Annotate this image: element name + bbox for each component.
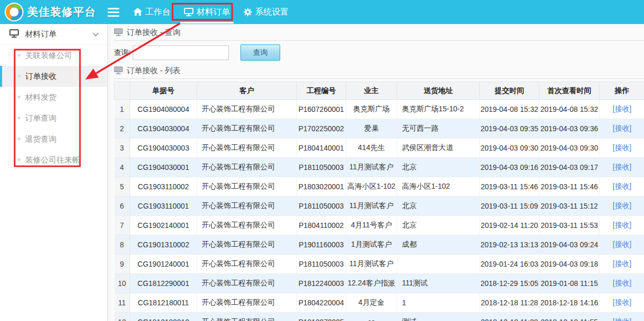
receive-link[interactable]: [接收] <box>613 105 631 113</box>
owner-cell: 4月定金 <box>346 293 397 313</box>
sidebar-item-return-query[interactable]: 退货查询 <box>0 129 107 150</box>
sidebar-parent-label: 材料订单 <box>25 29 56 39</box>
address-cell <box>397 255 480 274</box>
column-header-index <box>114 82 130 100</box>
bullet-icon <box>18 117 20 119</box>
customer-cell: 开心装饰工程有限公司 <box>197 255 297 274</box>
submit-time-cell: 2019-03-11 15:09 <box>480 197 539 216</box>
order-no-cell: CG1902140001 <box>130 216 197 235</box>
submit-time-cell: 2018-12-29 15:05 <box>480 274 539 293</box>
customer-cell: 开心装饰工程有限公司 <box>197 177 297 197</box>
query-form: 查询: 查询 <box>114 44 644 61</box>
row-index-cell: 10 <box>114 274 130 293</box>
monitor-icon <box>184 8 193 16</box>
action-cell: [接收] <box>600 177 644 197</box>
nav-material-orders[interactable]: 材料订单 <box>177 0 237 24</box>
first-view-time-cell: 2019-01-08 11:15 <box>539 274 600 293</box>
receive-link[interactable]: [接收] <box>613 163 631 171</box>
query-button[interactable]: 查询 <box>240 44 280 61</box>
receive-link[interactable]: [接收] <box>613 240 631 248</box>
column-header-first-view-time: 首次查看时间 <box>539 82 600 100</box>
receive-link[interactable]: [接收] <box>613 143 631 152</box>
receive-link[interactable]: [接收] <box>613 259 631 268</box>
address-cell: 北京 <box>397 216 480 235</box>
address-cell: 1 <box>397 293 480 313</box>
receive-link[interactable]: [接收] <box>613 279 631 287</box>
project-no-cell: P1812070005 <box>297 313 346 321</box>
brand-logo-icon <box>4 2 24 22</box>
project-no-cell: P1804110002 <box>297 216 346 235</box>
receive-link[interactable]: [接收] <box>613 182 631 190</box>
address-cell: 高海小区1-102 <box>397 177 480 197</box>
action-cell: [接收] <box>600 139 644 158</box>
first-view-time-cell: 2019-04-03 09:24 <box>539 235 600 255</box>
main-nav: 工作台 材料订单 <box>126 0 295 24</box>
receive-link[interactable]: [接收] <box>613 298 631 306</box>
orders-table: 单据号 客户 工程编号 业主 送货地址 提交时间 首次查看时间 操作 1 CG1… <box>114 82 644 321</box>
sidebar-item-label: 装修公司往来帐 <box>25 155 80 165</box>
receive-link[interactable]: [接收] <box>613 201 631 210</box>
bullet-icon <box>18 54 20 56</box>
table-row: 11 CG1812180011 开心装饰工程有限公司 P1804220004 4… <box>114 293 644 313</box>
project-no-cell: P1812240003 <box>297 274 346 293</box>
row-index-cell: 7 <box>114 216 130 235</box>
monitor-icon <box>9 29 19 39</box>
customer-cell: 开心装饰工程有限公司 <box>197 100 297 119</box>
first-view-time-cell: 2019-04-08 15:32 <box>539 100 600 119</box>
address-cell: 测试 <box>397 313 480 321</box>
bullet-icon <box>18 75 20 77</box>
address-cell: 无可西一路 <box>397 119 480 139</box>
order-no-cell: CG1903110002 <box>130 177 197 197</box>
submit-time-cell: 2019-02-13 13:13 <box>480 235 539 255</box>
action-cell: [接收] <box>600 158 644 177</box>
customer-cell: 开心装饰工程有限公司 <box>197 139 297 158</box>
project-no-cell: P1804140001 <box>297 139 346 158</box>
owner-cell: 11月测试客户 <box>346 158 397 177</box>
first-view-time-cell: 2019-04-03 09:30 <box>539 139 600 158</box>
main-content: 订单接收 - 查询 查询: 查询 订单接收 - 列表 单据号 客户 工程编号 业… <box>108 24 644 321</box>
order-no-cell: CG1812180010 <box>130 313 197 321</box>
receive-link[interactable]: [接收] <box>613 221 631 229</box>
column-header-submit-time: 提交时间 <box>480 82 539 100</box>
receive-link[interactable]: [接收] <box>613 317 631 321</box>
address-cell: 成都 <box>397 235 480 255</box>
address-cell: 北京 <box>397 197 480 216</box>
query-section-header: 订单接收 - 查询 <box>114 28 644 38</box>
action-cell: [接收] <box>600 255 644 274</box>
query-input[interactable] <box>133 45 229 60</box>
nav-workbench[interactable]: 工作台 <box>126 0 177 24</box>
row-index-cell: 2 <box>114 119 130 139</box>
table-row: 6 CG1903110001 开心装饰工程有限公司 P1811050003 11… <box>114 197 644 216</box>
order-no-cell: CG1904030003 <box>130 139 197 158</box>
submit-time-cell: 2019-03-11 15:46 <box>480 177 539 197</box>
table-row: 12 CG1812180010 开心装饰工程有限公司 P1812070005 c… <box>114 313 644 321</box>
order-no-cell: CG1812290001 <box>130 274 197 293</box>
first-view-time-cell: 2019-03-11 15:53 <box>539 216 600 235</box>
nav-system-settings-label: 系统设置 <box>255 7 289 18</box>
row-index-cell: 12 <box>114 313 130 321</box>
sidebar-item-order-receive[interactable]: 订单接收 <box>0 66 107 87</box>
sidebar-item-order-query[interactable]: 订单查询 <box>0 108 107 129</box>
nav-workbench-label: 工作台 <box>145 7 170 18</box>
receive-link[interactable]: [接收] <box>613 124 631 132</box>
divider <box>114 78 644 79</box>
sidebar-parent-material-orders[interactable]: 材料订单 <box>0 24 107 45</box>
owner-cell: 11月测试客户 <box>346 255 397 274</box>
customer-cell: 开心装饰工程有限公司 <box>197 235 297 255</box>
row-index-cell: 8 <box>114 235 130 255</box>
sidebar-item-company-accounts[interactable]: 装修公司往来帐 <box>0 150 107 170</box>
column-header-order-no: 单据号 <box>130 82 197 100</box>
sidebar-item-linked-companies[interactable]: 关联装修公司 <box>0 45 107 66</box>
sidebar-item-label: 订单查询 <box>25 113 56 123</box>
divider <box>114 40 644 41</box>
sidebar-item-material-dispatch[interactable]: 材料发货 <box>0 87 107 108</box>
first-view-time-cell: 2019-03-11 15:12 <box>539 197 600 216</box>
bullet-icon <box>18 158 20 161</box>
owner-cell: 爱巢 <box>346 119 397 139</box>
first-view-time-cell: 2019-04-03 09:18 <box>539 255 600 274</box>
table-row: 1 CG1904080004 开心装饰工程有限公司 P1607260001 奥克… <box>114 100 644 119</box>
project-no-cell: P1811050003 <box>297 197 346 216</box>
nav-system-settings[interactable]: 系统设置 <box>237 0 295 24</box>
menu-toggle-icon[interactable] <box>108 8 119 17</box>
query-label: 查询: <box>114 48 131 58</box>
